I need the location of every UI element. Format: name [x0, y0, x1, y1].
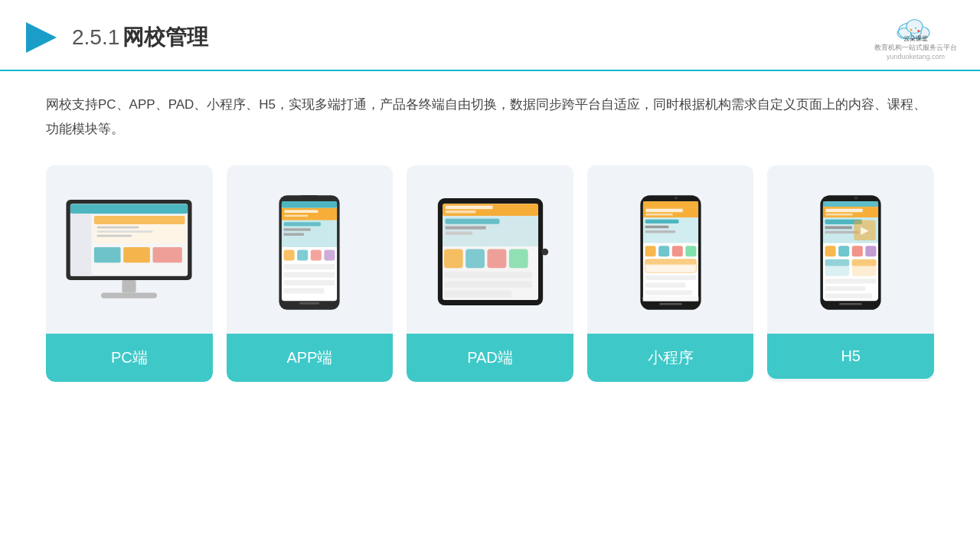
play-icon [23, 19, 60, 56]
svg-rect-92 [823, 201, 878, 207]
svg-rect-102 [825, 246, 836, 256]
svg-rect-15 [70, 204, 188, 214]
svg-point-64 [541, 249, 548, 256]
svg-rect-67 [657, 196, 684, 201]
svg-rect-39 [298, 250, 309, 261]
svg-rect-108 [825, 259, 850, 266]
svg-rect-21 [153, 247, 182, 262]
svg-rect-63 [443, 291, 511, 298]
svg-rect-84 [645, 283, 685, 288]
svg-point-91 [854, 197, 858, 200]
svg-rect-71 [645, 209, 682, 212]
pc-image-area [46, 165, 213, 334]
svg-rect-57 [443, 249, 462, 269]
svg-marker-0 [26, 22, 57, 53]
svg-rect-112 [825, 294, 873, 298]
svg-rect-33 [285, 215, 309, 217]
svg-rect-83 [645, 276, 696, 280]
svg-rect-46 [299, 302, 319, 305]
device-card-pc: PC端 [46, 165, 213, 382]
svg-rect-90 [838, 196, 864, 201]
pc-label: PC端 [46, 334, 213, 382]
h5-image-area [767, 165, 934, 334]
device-card-pad: PAD端 [407, 165, 573, 382]
brand-logo: 云朵课堂 教育机构一站式服务云平台 yunduoketang.com [874, 14, 957, 60]
pc-monitor-svg [58, 193, 200, 311]
device-card-miniapp: 小程序 [587, 165, 754, 382]
svg-rect-77 [645, 246, 655, 256]
svg-rect-70 [643, 207, 698, 217]
svg-rect-109 [852, 259, 877, 266]
svg-rect-78 [658, 246, 669, 256]
svg-rect-62 [443, 281, 531, 288]
svg-rect-43 [284, 272, 335, 278]
svg-point-8 [910, 29, 913, 31]
svg-rect-56 [445, 232, 472, 235]
logo-tagline: 教育机构一站式服务云平台 [874, 43, 957, 53]
svg-rect-69 [643, 201, 698, 207]
svg-rect-29 [282, 201, 337, 208]
page-title: 2.5.1网校管理 [72, 23, 208, 52]
miniapp-label: 小程序 [587, 334, 754, 382]
device-card-app: APP端 [227, 165, 394, 382]
logo-icon: 云朵课堂 [893, 14, 939, 41]
miniapp-image-area [587, 165, 754, 334]
h5-phone-svg [817, 193, 884, 311]
header-left: 2.5.1网校管理 [23, 19, 208, 56]
svg-point-68 [674, 197, 677, 200]
svg-rect-58 [466, 249, 485, 269]
svg-rect-54 [445, 219, 499, 224]
svg-rect-35 [284, 222, 321, 226]
svg-point-9 [915, 28, 916, 29]
svg-rect-51 [445, 206, 492, 209]
svg-rect-98 [825, 227, 852, 230]
svg-rect-31 [282, 208, 337, 220]
svg-rect-105 [866, 246, 877, 256]
app-label: APP端 [227, 334, 394, 382]
pad-label: PAD端 [407, 334, 573, 382]
svg-rect-82 [645, 259, 696, 265]
svg-rect-30 [299, 195, 319, 201]
svg-rect-86 [643, 297, 698, 301]
svg-rect-36 [284, 228, 311, 231]
svg-rect-72 [645, 214, 672, 216]
svg-rect-37 [284, 233, 304, 236]
svg-rect-87 [659, 303, 682, 305]
svg-rect-74 [645, 220, 678, 223]
svg-rect-16 [70, 214, 91, 276]
svg-rect-113 [839, 303, 862, 305]
svg-rect-38 [284, 250, 295, 261]
svg-rect-24 [97, 235, 132, 237]
svg-rect-80 [685, 246, 696, 256]
logo-url: yunduoketang.com [887, 53, 945, 60]
svg-rect-41 [325, 250, 335, 261]
svg-rect-111 [825, 286, 866, 291]
svg-point-10 [917, 30, 920, 32]
device-cards-section: PC端 [0, 158, 980, 382]
svg-rect-19 [94, 247, 121, 262]
svg-rect-22 [97, 227, 139, 229]
page-wrapper: 2.5.1网校管理 云朵课堂 [0, 0, 980, 551]
svg-rect-40 [311, 250, 322, 261]
pad-tablet-svg [431, 193, 550, 311]
app-phone-svg [276, 193, 343, 311]
pad-image-area [407, 165, 573, 334]
svg-rect-94 [826, 209, 863, 212]
svg-rect-18 [94, 216, 185, 224]
svg-rect-85 [645, 290, 692, 295]
svg-rect-79 [671, 246, 682, 256]
svg-rect-26 [101, 292, 157, 298]
svg-rect-110 [825, 279, 877, 283]
svg-rect-75 [645, 226, 668, 229]
svg-rect-32 [285, 210, 318, 214]
svg-rect-59 [487, 249, 506, 269]
svg-rect-99 [825, 231, 859, 234]
app-image-area [227, 165, 394, 334]
svg-rect-93 [823, 207, 878, 217]
svg-rect-55 [445, 226, 485, 229]
svg-rect-25 [122, 280, 136, 292]
svg-text:云朵课堂: 云朵课堂 [903, 35, 928, 42]
svg-point-7 [906, 20, 923, 34]
svg-rect-42 [284, 264, 335, 269]
svg-rect-95 [826, 214, 853, 216]
